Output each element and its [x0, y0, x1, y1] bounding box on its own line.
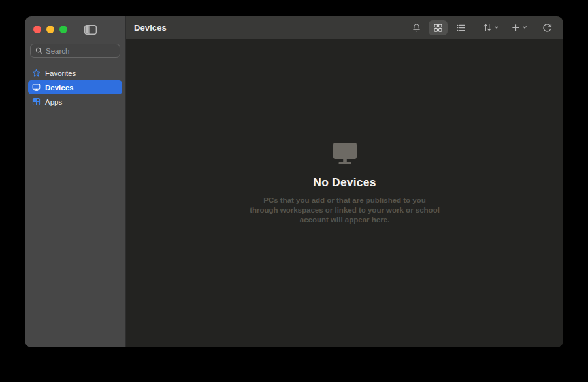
sidebar-nav: Favorites Devices — [25, 66, 125, 109]
bell-icon — [412, 23, 421, 33]
notifications-button[interactable] — [408, 21, 425, 35]
toolbar-actions — [408, 20, 555, 35]
sidebar-toggle-icon — [84, 25, 97, 35]
refresh-icon — [542, 23, 552, 33]
sidebar-item-label: Apps — [45, 98, 62, 106]
grid-view-icon — [433, 23, 443, 33]
monitor-icon — [332, 143, 358, 165]
empty-state: No Devices PCs that you add or that are … — [126, 143, 563, 225]
apps-grid-icon — [32, 97, 41, 106]
sidebar-item-devices[interactable]: Devices — [28, 80, 122, 94]
sidebar-item-favorites[interactable]: Favorites — [28, 66, 122, 80]
list-view-icon — [456, 23, 466, 33]
list-view-button[interactable] — [451, 20, 470, 35]
sidebar-item-label: Devices — [45, 84, 73, 92]
search-input[interactable] — [46, 47, 115, 55]
plus-icon — [511, 23, 521, 33]
grid-view-button[interactable] — [429, 20, 448, 35]
sort-arrows-icon — [482, 22, 493, 33]
minimize-button[interactable] — [46, 26, 54, 33]
search-field[interactable] — [30, 44, 120, 58]
sidebar-toggle-button[interactable] — [84, 25, 97, 35]
search-container — [25, 43, 125, 58]
app-window: Favorites Devices — [25, 16, 563, 347]
sidebar-item-apps[interactable]: Apps — [28, 95, 122, 109]
empty-state-title: No Devices — [313, 176, 376, 190]
close-button[interactable] — [33, 26, 41, 33]
traffic-lights — [33, 26, 67, 33]
page-title: Devices — [134, 23, 167, 33]
desktop-background: Favorites Devices — [0, 0, 588, 382]
devices-content-area: No Devices PCs that you add or that are … — [126, 39, 563, 347]
sidebar: Favorites Devices — [25, 16, 126, 347]
chevron-down-icon — [494, 25, 499, 30]
zoom-button[interactable] — [59, 26, 67, 33]
star-icon — [32, 69, 41, 77]
chevron-down-icon — [522, 25, 527, 30]
empty-state-description: PCs that you add or that are published t… — [250, 196, 440, 225]
add-button[interactable] — [511, 23, 527, 33]
sidebar-item-label: Favorites — [45, 69, 76, 77]
refresh-button[interactable] — [539, 21, 555, 35]
toolbar: Devices — [126, 16, 563, 39]
main-pane: Devices — [126, 16, 563, 347]
sort-button[interactable] — [482, 22, 499, 33]
monitor-icon — [32, 83, 41, 92]
search-icon — [35, 47, 42, 54]
window-titlebar[interactable] — [25, 16, 125, 43]
